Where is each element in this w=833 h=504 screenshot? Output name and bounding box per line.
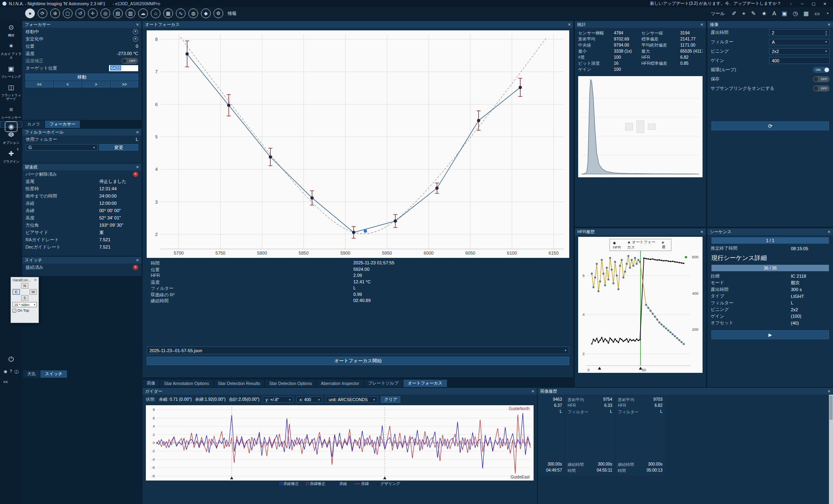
rail-item-options[interactable]: ⚙ オプション bbox=[0, 128, 22, 146]
edit-pen-icon[interactable]: ✎ bbox=[751, 10, 756, 17]
history-card[interactable]: 算術平均9703 HFR6.82 フィルターL 継続時間300.00s 時間05… bbox=[615, 396, 665, 476]
filter-select[interactable]: G▾ bbox=[26, 144, 98, 151]
history-card[interactable]: 算術平均9754 HFR6.33 フィルターL 継続時間300.00s 時間04… bbox=[565, 396, 615, 476]
tab-image[interactable]: 画像 bbox=[143, 380, 159, 387]
target-icon[interactable]: ◎ bbox=[100, 9, 110, 18]
history-clock-icon[interactable]: ◷ bbox=[793, 10, 798, 17]
rail-item-imaging[interactable]: ◉ 撮像 bbox=[0, 121, 22, 128]
rail-item-sky-atlas[interactable]: ✶ スカイ アトラス bbox=[0, 39, 22, 61]
clear-button[interactable]: クリア bbox=[381, 396, 400, 403]
eye-icon[interactable]: ◉ bbox=[4, 369, 7, 375]
unit-select[interactable]: unit: ARCSECONDS▾ bbox=[326, 396, 378, 403]
tab-star-annotation[interactable]: Star Annotation Options bbox=[160, 380, 213, 387]
about-info-icon[interactable]: ⓘ bbox=[15, 369, 19, 375]
x-scale-select[interactable]: x: 400▾ bbox=[297, 396, 323, 403]
target-position-input[interactable]: 6423 bbox=[109, 65, 138, 71]
rail-item-plugins[interactable]: 1 ✚ プラグイン bbox=[0, 147, 22, 165]
flat-panel-icon[interactable]: ▦ bbox=[163, 9, 173, 18]
close-icon[interactable]: ✕ bbox=[827, 230, 831, 234]
dock-collapse-button[interactable]: << bbox=[0, 380, 22, 384]
tab-weather[interactable]: 天気 bbox=[23, 370, 40, 378]
start-exposure-button[interactable]: ⟳ bbox=[711, 121, 829, 130]
layout-windows-icon[interactable]: ▣ bbox=[782, 10, 787, 17]
start-autofocus-button[interactable]: オートフォーカス開始 bbox=[147, 357, 569, 365]
temp-comp-toggle[interactable]: OFF bbox=[121, 58, 138, 64]
minimize-button[interactable]: ─ bbox=[797, 2, 808, 6]
rail-item-flat-wizard[interactable]: ◫ フラットウィザード bbox=[0, 80, 22, 102]
af-history-select[interactable]: 2025-11-23--01-57-55.json▾ bbox=[147, 347, 569, 354]
close-icon[interactable]: ✕ bbox=[700, 230, 703, 234]
tab-switch[interactable]: スイッチ bbox=[41, 370, 67, 378]
guider-cross-icon[interactable]: ✛ bbox=[88, 9, 98, 18]
close-icon[interactable]: ✕ bbox=[531, 389, 534, 393]
maximize-button[interactable]: ▢ bbox=[808, 2, 819, 6]
filter-wheel-icon[interactable]: ▤ bbox=[113, 9, 123, 18]
south-button[interactable]: S bbox=[21, 295, 28, 301]
annotation-icon[interactable]: A bbox=[772, 10, 776, 17]
refresh-icon[interactable]: ⟳ bbox=[38, 9, 47, 18]
rail-item-sequencer[interactable]: ≡ シーケンサー bbox=[0, 102, 22, 121]
screens-icon[interactable]: ▦ bbox=[803, 10, 809, 17]
east-button[interactable]: E bbox=[13, 289, 20, 295]
weather-wave-icon[interactable]: ∿ bbox=[176, 9, 186, 18]
loop-toggle[interactable]: ON bbox=[813, 67, 830, 73]
bulb-icon[interactable]: ◍ bbox=[188, 9, 198, 18]
gain-input[interactable]: 400 bbox=[769, 57, 830, 64]
close-icon[interactable]: ✕ bbox=[136, 23, 139, 27]
tab-platesolve[interactable]: プレートソルブ bbox=[364, 380, 403, 387]
rail-item-framing[interactable]: ▣ フレーミング bbox=[0, 62, 22, 80]
help-icon[interactable]: ? bbox=[10, 369, 12, 375]
y-scale-select[interactable]: y: +/-8"▾ bbox=[263, 396, 293, 403]
close-icon[interactable]: ✕ bbox=[136, 130, 139, 134]
palette-icon[interactable]: ✐ bbox=[732, 10, 737, 17]
save-toggle[interactable]: OFF bbox=[813, 76, 830, 82]
sky-globe-icon[interactable]: ⊕ bbox=[50, 9, 60, 18]
close-icon[interactable]: ✕ bbox=[700, 23, 703, 27]
update-icon[interactable]: ↑ bbox=[785, 2, 797, 6]
tab-camera[interactable]: カメラ bbox=[23, 121, 44, 128]
binning-select[interactable]: 2x2▾ bbox=[769, 48, 830, 55]
dome-icon[interactable]: ⌂ bbox=[151, 9, 160, 18]
close-icon[interactable]: ✕ bbox=[136, 258, 139, 262]
info-gear-icon[interactable]: ⚙ bbox=[214, 9, 223, 18]
step-rate-select[interactable]: 16 * siden▾ bbox=[13, 302, 37, 307]
close-icon[interactable]: ✕ bbox=[34, 278, 37, 282]
power-icon[interactable]: ⏻ bbox=[0, 355, 22, 364]
move-button[interactable]: 移動 bbox=[26, 74, 138, 81]
tab-focuser[interactable]: フォーカサー bbox=[45, 121, 80, 128]
rotator-icon[interactable]: ↺ bbox=[75, 9, 85, 18]
zoom-icon[interactable]: ⌖ bbox=[742, 10, 745, 17]
update-notice[interactable]: 新しいアップデート(3.2) があります。今、アップデートしますか？ bbox=[650, 1, 781, 6]
tab-aberration-inspector[interactable]: Aberration Inspector bbox=[317, 380, 363, 387]
close-button[interactable]: ✕ bbox=[819, 2, 831, 6]
north-button[interactable]: N bbox=[21, 283, 28, 289]
on-top-checkbox[interactable]: ✓On Top bbox=[13, 308, 37, 313]
step-right-button[interactable]: > bbox=[82, 81, 110, 87]
rail-item-equipment[interactable]: ⊙ 機材 bbox=[0, 20, 22, 39]
subsample-toggle[interactable]: OFF bbox=[813, 85, 830, 91]
change-filter-button[interactable]: 変更 bbox=[99, 144, 138, 151]
history-scrollbar[interactable] bbox=[829, 395, 833, 504]
tab-star-detection-options[interactable]: Star Detection Options bbox=[265, 380, 316, 387]
focuser-icon[interactable]: ▥ bbox=[126, 9, 135, 18]
filter-select[interactable]: A▾ bbox=[769, 39, 830, 45]
close-icon[interactable]: ✕ bbox=[568, 23, 571, 27]
west-button[interactable]: W bbox=[30, 289, 37, 295]
history-card[interactable]: 9463 6.37 L 300.00s 04:49:57 bbox=[538, 396, 564, 476]
safety-shield-icon[interactable]: ◆ bbox=[201, 9, 211, 18]
monitor-icon[interactable]: ▭ bbox=[814, 10, 820, 17]
close-icon[interactable]: ✕ bbox=[136, 165, 139, 169]
tab-autofocus[interactable]: オートフォーカス bbox=[404, 380, 447, 387]
close-icon[interactable]: ✕ bbox=[827, 389, 831, 393]
tab-star-detection-results[interactable]: Star Detection Results bbox=[214, 380, 264, 387]
subframe-icon[interactable]: ▢ bbox=[63, 9, 73, 18]
close-icon[interactable]: ✕ bbox=[827, 23, 831, 27]
step-far-right-button[interactable]: >> bbox=[111, 81, 138, 87]
start-sequence-button[interactable]: ▶ bbox=[711, 330, 829, 339]
step-left-button[interactable]: < bbox=[54, 81, 81, 87]
favorites-star-icon[interactable]: ★ bbox=[762, 10, 767, 17]
camera-connect-icon[interactable]: ● bbox=[25, 9, 35, 18]
session-icon[interactable]: ◔ bbox=[826, 10, 829, 17]
exposure-input[interactable]: 2▴▾ bbox=[769, 29, 830, 36]
cloud-icon[interactable]: ☁ bbox=[138, 9, 148, 18]
